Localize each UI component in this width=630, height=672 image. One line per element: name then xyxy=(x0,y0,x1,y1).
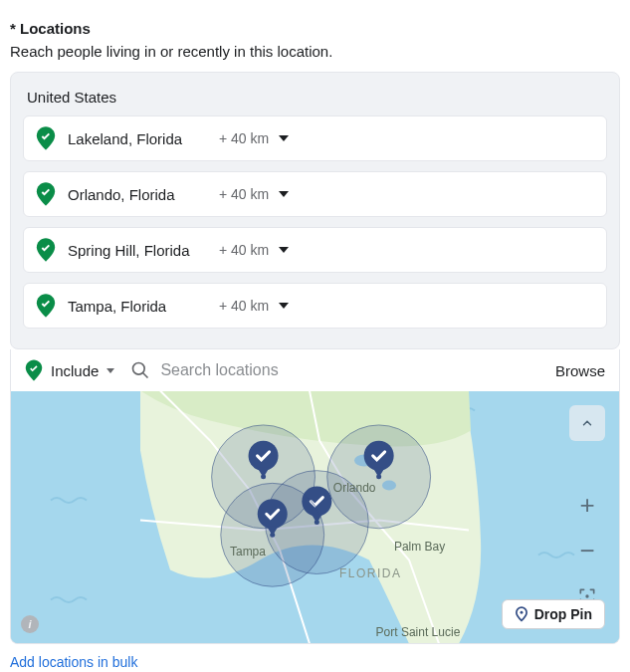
map-info-button[interactable]: i xyxy=(21,615,39,633)
browse-link[interactable]: Browse xyxy=(555,362,605,379)
location-name: Tampa, Florida xyxy=(68,298,207,315)
chevron-down-icon xyxy=(106,368,114,373)
map[interactable]: OrlandoTampaPalm BayPort Saint LucieFLOR… xyxy=(10,391,620,644)
radius-value: + 40 km xyxy=(219,186,269,202)
map-city-label: Tampa xyxy=(230,545,266,559)
locations-panel: United States Lakeland, Florida + 40 km … xyxy=(10,72,620,349)
radius-dropdown[interactable]: + 40 km xyxy=(219,298,289,314)
location-row[interactable]: Lakeland, Florida + 40 km xyxy=(23,115,607,161)
svg-line-1 xyxy=(143,373,148,378)
location-name: Lakeland, Florida xyxy=(68,130,207,147)
map-city-label: Palm Bay xyxy=(394,540,445,554)
radius-value: + 40 km xyxy=(219,130,269,146)
location-row[interactable]: Tampa, Florida + 40 km xyxy=(23,283,607,329)
map-state-label: FLORIDA xyxy=(339,566,402,580)
include-pin-icon xyxy=(36,182,56,206)
map-zoom-in-button[interactable]: + xyxy=(569,487,605,523)
map-collapse-button[interactable] xyxy=(569,405,605,441)
radius-value: + 40 km xyxy=(219,242,269,258)
location-row[interactable]: Spring Hill, Florida + 40 km xyxy=(23,227,607,273)
drop-pin-icon xyxy=(515,606,528,622)
location-name: Spring Hill, Florida xyxy=(68,242,207,259)
locations-section-subtitle: Reach people living in or recently in th… xyxy=(10,43,620,60)
svg-point-15 xyxy=(520,611,523,614)
drop-pin-label: Drop Pin xyxy=(534,606,592,622)
chevron-down-icon xyxy=(279,303,289,309)
map-pin-tampa[interactable] xyxy=(221,483,324,586)
svg-point-0 xyxy=(133,363,145,375)
minus-icon: − xyxy=(579,536,594,566)
country-label: United States xyxy=(27,89,607,106)
chevron-down-icon xyxy=(279,191,289,197)
include-pin-icon xyxy=(36,126,56,150)
include-toggle[interactable]: Include xyxy=(25,359,114,381)
chevron-down-icon xyxy=(279,135,289,141)
radius-value: + 40 km xyxy=(219,298,269,314)
include-pin-icon xyxy=(36,238,56,262)
include-toggle-label: Include xyxy=(51,362,99,379)
add-locations-bulk-link[interactable]: Add locations in bulk xyxy=(10,654,620,670)
location-name: Orlando, Florida xyxy=(68,186,207,203)
location-search-input[interactable] xyxy=(160,361,545,379)
include-pin-icon xyxy=(36,294,56,318)
include-pin-icon xyxy=(25,359,43,381)
radius-dropdown[interactable]: + 40 km xyxy=(219,186,289,202)
info-icon: i xyxy=(28,618,31,630)
location-search-bar: Include Browse xyxy=(10,349,620,391)
drop-pin-button[interactable]: Drop Pin xyxy=(502,599,605,629)
radius-dropdown[interactable]: + 40 km xyxy=(219,130,289,146)
location-row[interactable]: Orlando, Florida + 40 km xyxy=(23,171,607,217)
chevron-down-icon xyxy=(279,247,289,253)
map-city-label: Port Saint Lucie xyxy=(376,625,461,639)
locations-section-title: * Locations xyxy=(10,20,620,37)
svg-point-14 xyxy=(585,594,588,597)
map-city-label: Orlando xyxy=(333,481,376,495)
radius-dropdown[interactable]: + 40 km xyxy=(219,242,289,258)
plus-icon: + xyxy=(579,490,594,521)
search-icon xyxy=(130,360,150,380)
chevron-up-icon xyxy=(580,416,594,430)
map-zoom-out-button[interactable]: − xyxy=(569,533,605,568)
map-controls: + − xyxy=(569,405,605,614)
